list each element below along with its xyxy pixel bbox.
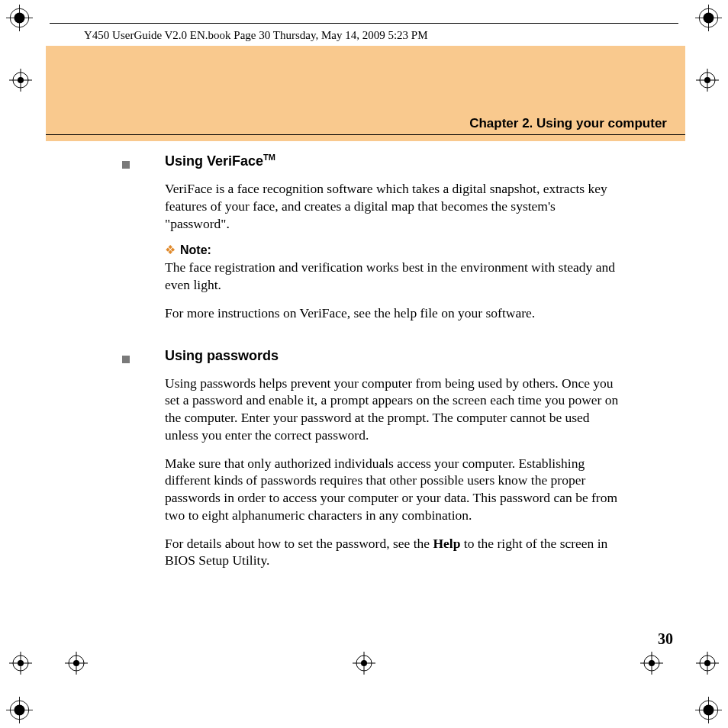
registration-mark-icon: [696, 652, 719, 675]
registration-mark-icon: [9, 69, 32, 92]
text-fragment: For details about how to set the passwor…: [165, 536, 433, 551]
page-content: Using VeriFaceTM VeriFace is a face reco…: [122, 153, 656, 580]
note-header: ❖ Note:: [165, 243, 656, 257]
registration-mark-icon: [9, 652, 32, 675]
note-text: The face registration and verification w…: [165, 259, 623, 294]
section-bullet-icon: [122, 161, 130, 169]
note-diamond-icon: ❖: [165, 243, 176, 257]
body-paragraph: Using passwords helps prevent your compu…: [165, 375, 623, 444]
body-paragraph: For more instructions on VeriFace, see t…: [165, 304, 623, 322]
document-header: Y450 UserGuide V2.0 EN.book Page 30 Thur…: [84, 29, 428, 42]
body-paragraph: Make sure that only authorized individua…: [165, 455, 623, 524]
crop-mark-icon: [695, 5, 722, 31]
body-paragraph: VeriFace is a face recognition software …: [165, 180, 623, 232]
trademark-symbol: TM: [263, 153, 275, 162]
registration-mark-icon: [65, 652, 88, 675]
section-bullet-icon: [122, 356, 130, 363]
section-heading-veriface: Using VeriFaceTM: [165, 153, 275, 169]
registration-mark-icon: [640, 652, 663, 675]
header-divider: [50, 23, 678, 24]
chapter-underline: [46, 134, 685, 135]
note-label: Note:: [180, 243, 211, 257]
help-reference: Help: [433, 536, 460, 551]
crop-mark-icon: [6, 5, 33, 31]
chapter-title: Chapter 2. Using your computer: [469, 116, 667, 131]
crop-mark-icon: [695, 697, 722, 723]
registration-mark-icon: [696, 69, 719, 92]
section-heading-passwords: Using passwords: [165, 348, 279, 364]
body-paragraph: For details about how to set the passwor…: [165, 535, 623, 570]
crop-mark-icon: [6, 697, 33, 723]
registration-mark-icon: [353, 652, 375, 675]
page-number: 30: [658, 630, 673, 648]
heading-text: Using VeriFace: [165, 153, 263, 169]
